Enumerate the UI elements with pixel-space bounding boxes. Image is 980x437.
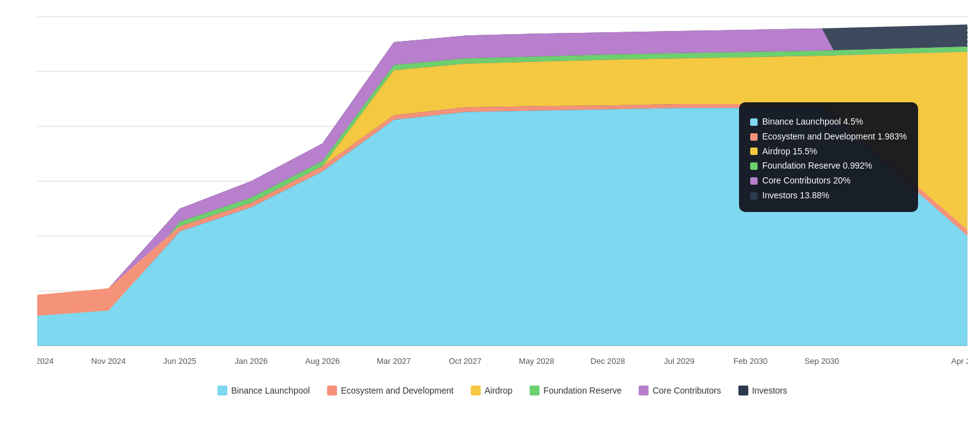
legend-item: Airdrop bbox=[471, 386, 512, 395]
svg-text:Mar 2027: Mar 2027 bbox=[377, 356, 411, 366]
svg-text:May 2028: May 2028 bbox=[518, 356, 554, 366]
legend-color-swatch bbox=[639, 386, 649, 395]
legend-item: Ecosystem and Development bbox=[327, 386, 453, 395]
legend-label: Binance Launchpool bbox=[231, 386, 310, 395]
svg-text:Apr 2031: Apr 2031 bbox=[952, 356, 968, 366]
svg-text:Sep 2030: Sep 2030 bbox=[805, 356, 839, 366]
svg-text:Dec 2028: Dec 2028 bbox=[590, 356, 625, 366]
legend-color-swatch bbox=[738, 386, 748, 395]
svg-text:Jul 2029: Jul 2029 bbox=[664, 356, 694, 366]
chart-area: 0% 10% 20% 30% 40% 50% 60% Apr 2024 No bbox=[37, 6, 968, 372]
legend-color-swatch bbox=[471, 386, 481, 395]
legend-item: Foundation Reserve bbox=[530, 386, 621, 395]
legend-item: Binance Launchpool bbox=[217, 386, 310, 395]
svg-text:Feb 2030: Feb 2030 bbox=[733, 356, 768, 366]
legend-item: Core Contributors bbox=[639, 386, 721, 395]
svg-text:Jun 2025: Jun 2025 bbox=[164, 356, 197, 366]
svg-text:Nov 2024: Nov 2024 bbox=[91, 356, 126, 366]
svg-text:Aug 2026: Aug 2026 bbox=[305, 356, 340, 366]
legend-label: Core Contributors bbox=[652, 386, 721, 395]
legend-item: Investors bbox=[738, 386, 787, 395]
chart-container: 0% 10% 20% 30% 40% 50% 60% Apr 2024 No bbox=[0, 0, 980, 437]
legend-color-swatch bbox=[217, 386, 227, 395]
legend-color-swatch bbox=[327, 386, 337, 395]
svg-text:Apr 2024: Apr 2024 bbox=[37, 356, 54, 366]
legend-label: Foundation Reserve bbox=[543, 386, 621, 395]
main-svg: 0% 10% 20% 30% 40% 50% 60% Apr 2024 No bbox=[37, 6, 968, 372]
legend-label: Ecosystem and Development bbox=[341, 386, 453, 395]
legend-label: Investors bbox=[752, 386, 787, 395]
legend-label: Airdrop bbox=[484, 386, 512, 395]
svg-text:Jan 2026: Jan 2026 bbox=[235, 356, 268, 366]
legend-color-swatch bbox=[530, 386, 540, 395]
legend: Binance LaunchpoolEcosystem and Developm… bbox=[37, 372, 968, 409]
svg-text:Oct 2027: Oct 2027 bbox=[449, 356, 482, 366]
